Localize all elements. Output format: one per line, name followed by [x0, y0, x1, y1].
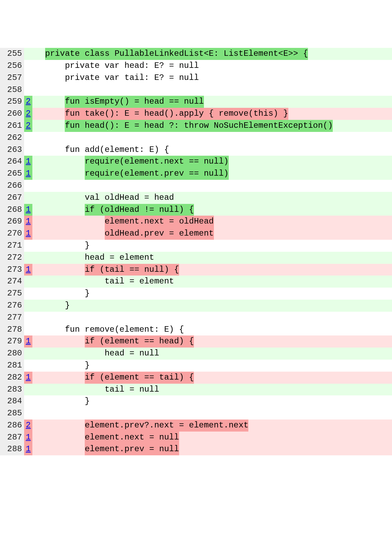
code-coverage-view: 255 private class PullableLinkedList<E: …	[0, 48, 392, 455]
code-segment: head = element	[35, 253, 154, 262]
code-line: 2602 fun take(): E = head().apply { remo…	[0, 108, 392, 120]
coverage-count-link[interactable]: 1	[26, 205, 31, 214]
code-segment	[35, 49, 45, 58]
coverage-annotation[interactable]: 1	[24, 168, 32, 180]
coverage-annotation[interactable]: 1	[24, 335, 32, 348]
code-content: tail = element	[32, 276, 392, 288]
code-segment: require(element.next == null)	[85, 156, 229, 168]
line-number: 287	[0, 432, 24, 444]
coverage-annotation[interactable]: 1	[24, 216, 32, 228]
code-segment	[35, 97, 65, 106]
code-segment	[35, 205, 85, 214]
code-content: head = element	[32, 252, 392, 264]
code-content: element.next = null	[32, 432, 392, 444]
coverage-annotation	[24, 395, 32, 407]
code-content: fun add(element: E) {	[32, 144, 392, 156]
coverage-count-link[interactable]: 1	[26, 229, 31, 238]
coverage-annotation	[24, 144, 32, 156]
code-segment: private var head: E? = null	[35, 61, 199, 70]
code-segment: val oldHead = head	[35, 193, 174, 202]
code-segment: }	[35, 396, 90, 406]
coverage-annotation	[24, 276, 32, 288]
coverage-count-link[interactable]: 1	[26, 337, 31, 346]
line-number: 256	[0, 60, 24, 72]
coverage-count-link[interactable]: 2	[26, 97, 31, 106]
code-segment: if (tail == null) {	[85, 264, 179, 276]
coverage-count-link[interactable]: 1	[26, 157, 31, 166]
code-segment: fun take(): E = head().apply { remove(th…	[65, 108, 288, 120]
line-number: 281	[0, 360, 24, 372]
coverage-annotation[interactable]: 1	[24, 372, 32, 384]
code-line: 274 tail = element	[0, 276, 392, 288]
coverage-annotation[interactable]: 2	[24, 120, 32, 132]
code-line: 2681 if (oldHead != null) {	[0, 204, 392, 216]
line-number: 274	[0, 276, 24, 288]
line-number: 261	[0, 120, 24, 132]
code-line: 2651 require(element.prev == null)	[0, 168, 392, 180]
coverage-annotation[interactable]: 1	[24, 156, 32, 168]
code-segment	[35, 157, 85, 166]
code-segment: require(element.prev == null)	[85, 168, 229, 180]
line-number: 288	[0, 443, 24, 455]
coverage-count-link[interactable]: 1	[26, 444, 31, 454]
line-number: 282	[0, 372, 24, 384]
code-content: if (element == tail) {	[32, 372, 392, 384]
coverage-annotation	[24, 72, 32, 84]
coverage-annotation[interactable]: 1	[24, 443, 32, 455]
coverage-annotation[interactable]: 2	[24, 108, 32, 120]
code-segment: element.next = null	[85, 432, 179, 444]
coverage-annotation	[24, 407, 32, 420]
coverage-count-link[interactable]: 1	[26, 169, 31, 178]
coverage-annotation	[24, 132, 32, 144]
line-number: 258	[0, 84, 24, 96]
coverage-annotation[interactable]: 1	[24, 228, 32, 240]
code-line: 256 private var head: E? = null	[0, 60, 392, 72]
code-line: 255 private class PullableLinkedList<E: …	[0, 48, 392, 60]
code-line: 271 }	[0, 240, 392, 252]
coverage-annotation[interactable]: 1	[24, 204, 32, 216]
coverage-annotation	[24, 240, 32, 252]
code-line: 2881 element.prev = null	[0, 443, 392, 455]
coverage-count-link[interactable]: 2	[26, 109, 31, 118]
code-line: 262	[0, 132, 392, 144]
code-content: }	[32, 395, 392, 407]
line-number: 278	[0, 324, 24, 336]
code-line: 2791 if (element == head) {	[0, 335, 392, 348]
code-line: 276 }	[0, 300, 392, 312]
coverage-count-link[interactable]: 1	[26, 217, 31, 226]
code-content: require(element.next == null)	[32, 156, 392, 168]
code-segment	[35, 229, 105, 238]
coverage-annotation[interactable]: 1	[24, 264, 32, 276]
code-content: tail = null	[32, 384, 392, 396]
coverage-count-link[interactable]: 1	[26, 373, 31, 382]
coverage-annotation	[24, 312, 32, 324]
line-number: 279	[0, 335, 24, 348]
line-number: 264	[0, 156, 24, 168]
line-number: 260	[0, 108, 24, 120]
code-content: element.prev?.next = element.next	[32, 420, 392, 432]
coverage-count-link[interactable]: 1	[26, 433, 31, 442]
coverage-annotation[interactable]: 1	[24, 432, 32, 444]
coverage-annotation	[24, 300, 32, 312]
line-number: 286	[0, 420, 24, 432]
code-content: private var head: E? = null	[32, 60, 392, 72]
coverage-count-link[interactable]: 2	[26, 121, 31, 130]
line-number: 273	[0, 264, 24, 276]
coverage-annotation	[24, 348, 32, 360]
line-number: 276	[0, 300, 24, 312]
code-segment	[35, 217, 105, 226]
coverage-count-link[interactable]: 1	[26, 265, 31, 274]
code-segment: element.prev = null	[85, 443, 179, 455]
code-segment	[35, 444, 85, 454]
coverage-annotation[interactable]: 2	[24, 96, 32, 108]
coverage-count-link[interactable]: 2	[26, 421, 31, 430]
coverage-annotation[interactable]: 2	[24, 420, 32, 432]
line-number: 283	[0, 384, 24, 396]
code-segment: tail = element	[35, 277, 174, 286]
code-segment: fun remove(element: E) {	[35, 325, 184, 334]
code-content: if (oldHead != null) {	[32, 204, 392, 216]
code-line: 258	[0, 84, 392, 96]
code-content: fun take(): E = head().apply { remove(th…	[32, 108, 392, 120]
coverage-annotation	[24, 60, 32, 72]
code-line: 2612 fun head(): E = head ?: throw NoSuc…	[0, 120, 392, 132]
